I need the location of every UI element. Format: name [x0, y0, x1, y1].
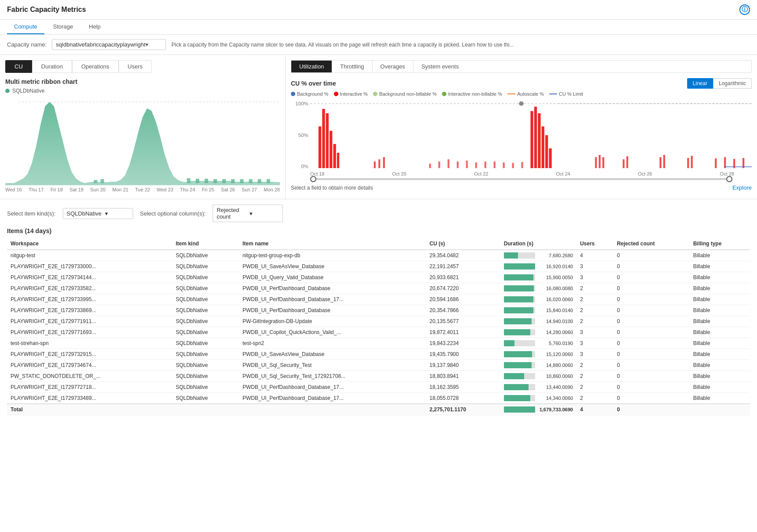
- capacity-name-value: sqldbnativefabriccapacityplaywright: [56, 41, 145, 48]
- legend-dot-int-nonbillable: [442, 92, 446, 96]
- cell-item-kind: SQLDbNative: [172, 305, 239, 316]
- table-row: PLAYWRIGHT_E2E_t1729733000... SQLDbNativ…: [7, 261, 750, 272]
- cell-workspace: PLAYWRIGHT_E2E_t1729772718...: [7, 382, 172, 393]
- col-duration[interactable]: Duration (s): [500, 238, 577, 250]
- nav-tab-help[interactable]: Help: [82, 20, 108, 34]
- metric-tab-cu[interactable]: CU: [5, 60, 32, 73]
- svg-rect-23: [337, 153, 339, 168]
- col-billing[interactable]: Billing type: [690, 238, 750, 250]
- nav-tabs: Compute Storage Help: [0, 20, 757, 35]
- scale-buttons: Linear Logarithmic: [687, 78, 752, 89]
- cell-item-name: nitgup-test-group-exp-db: [239, 250, 426, 261]
- chevron-down-icon: ▾: [145, 41, 162, 48]
- scale-btn-logarithmic[interactable]: Logarithmic: [713, 78, 752, 89]
- cu-chart-header: CU % over time Linear Logarithmic: [291, 78, 752, 89]
- svg-rect-6: [214, 179, 217, 183]
- cell-cu: 20,135.5677: [426, 316, 500, 327]
- util-tab-utilization[interactable]: Utilization: [291, 61, 332, 72]
- optional-col-dropdown[interactable]: Rejected count ▾: [213, 205, 283, 222]
- col-cu[interactable]: CU (s): [426, 238, 500, 250]
- metric-tab-duration[interactable]: Duration: [32, 60, 72, 73]
- cell-item-kind: SQLDbNative: [172, 360, 239, 371]
- cell-item-name: PWDB_UI_PerfDashboard_Database_17...: [239, 382, 426, 393]
- slider-thumb-right[interactable]: [726, 176, 732, 182]
- table-row: PLAYWRIGHT_E2E_t1729734144... SQLDbNativ…: [7, 272, 750, 283]
- item-kind-chevron: ▾: [105, 210, 129, 217]
- svg-rect-33: [429, 164, 431, 168]
- item-kind-dropdown[interactable]: SQLDbNative ▾: [63, 208, 133, 219]
- cell-users: 3: [576, 272, 613, 283]
- cu-chart-area: 100% 50% 0%: [291, 100, 752, 170]
- legend-dot-sqldbnative: [5, 89, 10, 93]
- cell-cu: 20,354.7866: [426, 305, 500, 316]
- cell-cu: 20,933.6821: [426, 272, 500, 283]
- total-label: Total: [7, 404, 426, 415]
- cell-billing: Billable: [690, 338, 750, 349]
- total-users: 4: [576, 404, 613, 415]
- svg-rect-47: [623, 159, 624, 168]
- cell-rejected: 0: [613, 338, 690, 349]
- cell-users: 2: [576, 305, 613, 316]
- col-item-name[interactable]: Item name: [239, 238, 426, 250]
- cell-item-kind: SQLDbNative: [172, 382, 239, 393]
- cell-users: 2: [576, 294, 613, 305]
- cu-x-axis: Oct 18 Oct 20 Oct 22 Oct 24 Oct 26 Oct 2…: [291, 170, 752, 176]
- col-users[interactable]: Users: [576, 238, 613, 250]
- svg-rect-4: [196, 179, 199, 183]
- col-workspace[interactable]: Workspace: [7, 238, 172, 250]
- metric-tabs: CU Duration Operations Users: [5, 60, 280, 73]
- cell-item-name: PWDB_UI_Sql_Security_Test_172921708...: [239, 371, 426, 382]
- table-row: nitgup-test SQLDbNative nitgup-test-grou…: [7, 250, 750, 261]
- cell-cu: 29,354.0482: [426, 250, 500, 261]
- cell-billing: Billable: [690, 360, 750, 371]
- slider-thumb-left[interactable]: [310, 176, 316, 182]
- cell-duration: 13,440.0090: [500, 382, 577, 393]
- capacity-hint: Pick a capacity from the Capacity name s…: [171, 42, 514, 48]
- scale-btn-linear[interactable]: Linear: [687, 78, 713, 89]
- cell-cu: 19,843.2234: [426, 338, 500, 349]
- nav-tab-compute[interactable]: Compute: [7, 20, 44, 34]
- col-item-kind[interactable]: Item kind: [172, 238, 239, 250]
- cell-item-kind: SQLDbNative: [172, 283, 239, 294]
- cell-workspace: PLAYWRIGHT_E2E_t1729734144...: [7, 272, 172, 283]
- util-tabs: Utilization Throttling Overages System e…: [291, 60, 752, 73]
- range-slider[interactable]: [291, 176, 752, 182]
- metric-tab-users[interactable]: Users: [119, 60, 152, 73]
- total-rejected: 0: [613, 404, 690, 415]
- cell-workspace: PLAYWRIGHT_E2E_t1729733489...: [7, 393, 172, 404]
- cell-item-kind: SQLDbNative: [172, 349, 239, 360]
- util-tab-system-events[interactable]: System events: [413, 61, 467, 72]
- cell-cu: 20,674.7220: [426, 283, 500, 294]
- nav-tab-storage[interactable]: Storage: [46, 20, 80, 34]
- svg-rect-43: [522, 162, 523, 168]
- table-row: PLAYWRIGHT_E2E_t1729771693... SQLDbNativ…: [7, 327, 750, 338]
- capacity-name-dropdown[interactable]: sqldbnativefabriccapacityplaywright ▾: [52, 39, 166, 50]
- cell-billing: Billable: [690, 327, 750, 338]
- cell-billing: Billable: [690, 316, 750, 327]
- util-tab-throttling[interactable]: Throttling: [332, 61, 372, 72]
- col-rejected[interactable]: Rejected count: [613, 238, 690, 250]
- cell-workspace: PLAYWRIGHT_E2E_t1729733582...: [7, 283, 172, 294]
- cell-workspace: PLAYWRIGHT_E2E_t1729733000...: [7, 261, 172, 272]
- svg-rect-45: [599, 155, 601, 168]
- metric-tab-operations[interactable]: Operations: [72, 60, 119, 73]
- svg-rect-31: [545, 135, 548, 168]
- explore-link[interactable]: Explore: [732, 184, 752, 191]
- util-tab-overages[interactable]: Overages: [373, 61, 413, 72]
- cell-cu: 19,435.7900: [426, 349, 500, 360]
- svg-rect-2: [101, 179, 104, 183]
- svg-rect-12: [267, 179, 270, 183]
- svg-rect-20: [326, 113, 329, 168]
- cell-workspace: test-strehan-spn: [7, 338, 172, 349]
- svg-rect-26: [383, 157, 385, 168]
- cell-item-name: test-spn2: [239, 338, 426, 349]
- cell-duration: 10,860.0060: [500, 371, 577, 382]
- right-panel: Utilization Throttling Overages System e…: [286, 55, 757, 199]
- ribbon-x-axis: Wed 16 Thu 17 Fri 18 Sat 19 Sun 20 Mon 2…: [5, 185, 280, 192]
- info-icon[interactable]: ⓘ: [739, 4, 750, 15]
- svg-rect-41: [503, 162, 505, 168]
- table-row: PW_STATIC_DONOTDELETE_OR_... SQLDbNative…: [7, 371, 750, 382]
- optional-col-chevron: ▾: [250, 210, 279, 217]
- cell-workspace: PLAYWRIGHT_E2E_t1729733995...: [7, 294, 172, 305]
- item-kind-value: SQLDbNative: [67, 210, 101, 217]
